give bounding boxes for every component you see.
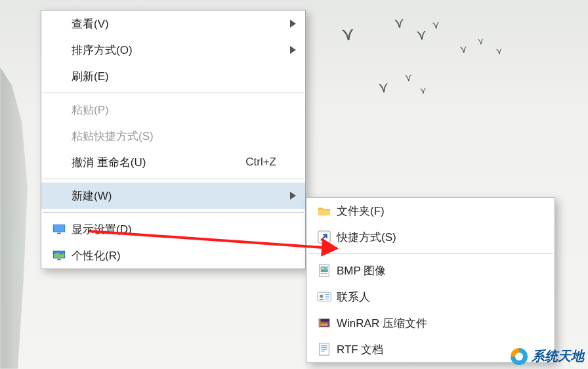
submenu-item-folder[interactable]: 文件夹(F) <box>306 198 555 224</box>
svg-point-12 <box>320 295 323 298</box>
bird-decoration: ⋎ <box>404 71 413 84</box>
svg-rect-1 <box>54 225 65 232</box>
bird-decoration: ⋎ <box>377 78 389 96</box>
menu-separator <box>43 93 304 93</box>
menu-label: 快捷方式(S) <box>337 230 545 245</box>
chevron-right-icon <box>290 192 296 200</box>
menu-label: 文件夹(F) <box>337 204 545 219</box>
menu-label: 排序方式(O) <box>72 43 296 58</box>
bird-decoration: ⋎ <box>419 85 427 97</box>
background-hill <box>0 67 39 369</box>
svg-rect-20 <box>319 319 321 328</box>
menu-label: WinRAR 压缩文件 <box>337 316 545 331</box>
svg-rect-5 <box>57 259 61 261</box>
watermark-logo-icon <box>511 348 528 365</box>
svg-rect-2 <box>57 233 61 234</box>
bird-decoration: ⋎ <box>459 43 468 56</box>
menu-item-refresh[interactable]: 刷新(E) <box>41 63 305 89</box>
svg-rect-19 <box>321 322 328 324</box>
bird-decoration: ⋎ <box>495 46 503 57</box>
bird-decoration: ⋎ <box>431 18 440 32</box>
submenu-item-contact[interactable]: 联系人 <box>306 284 555 310</box>
menu-item-paste: 粘贴(P) <box>41 97 305 123</box>
bird-decoration: ⋎ <box>477 36 484 47</box>
contact-icon <box>317 290 337 303</box>
new-submenu: 文件夹(F) 快捷方式(S) BMP 图像 联系人 WinRAR 压缩文件 RT… <box>306 197 555 363</box>
watermark: 系统天地 <box>511 347 584 365</box>
bird-decoration: ⋎ <box>415 26 427 43</box>
display-icon <box>52 223 72 236</box>
menu-label: 撤消 重命名(U) <box>72 155 245 170</box>
menu-item-sort[interactable]: 排序方式(O) <box>41 37 305 63</box>
bird-decoration: ⋎ <box>341 22 356 45</box>
menu-item-view[interactable]: 查看(V) <box>41 11 305 37</box>
menu-accelerator: Ctrl+Z <box>245 156 276 169</box>
submenu-item-bmp[interactable]: BMP 图像 <box>306 257 555 284</box>
menu-separator <box>308 253 553 254</box>
personalize-icon <box>52 249 72 262</box>
menu-separator <box>43 212 304 213</box>
menu-item-new[interactable]: 新建(W) <box>41 183 305 209</box>
menu-item-paste-shortcut: 粘贴快捷方式(S) <box>41 123 305 149</box>
menu-item-personalize[interactable]: 个性化(R) <box>41 242 305 269</box>
rtf-file-icon <box>317 343 337 356</box>
menu-label: 联系人 <box>337 290 545 305</box>
menu-label: BMP 图像 <box>337 263 545 278</box>
svg-rect-10 <box>321 273 328 274</box>
menu-label: 粘贴快捷方式(S) <box>72 129 296 144</box>
winrar-icon <box>317 316 337 330</box>
menu-separator <box>43 179 304 179</box>
watermark-text: 系统天地 <box>532 347 584 365</box>
chevron-right-icon <box>290 46 296 54</box>
menu-label: 显示设置(D) <box>72 222 296 237</box>
submenu-item-winrar[interactable]: WinRAR 压缩文件 <box>306 310 555 336</box>
bmp-file-icon <box>317 264 337 277</box>
desktop-context-menu: 查看(V) 排序方式(O) 刷新(E) 粘贴(P) 粘贴快捷方式(S) 撤消 重… <box>41 10 306 269</box>
menu-label: 刷新(E) <box>72 69 296 84</box>
menu-label: 个性化(R) <box>72 248 296 263</box>
menu-item-undo[interactable]: 撤消 重命名(U) Ctrl+Z <box>41 149 305 175</box>
chevron-right-icon <box>290 20 296 28</box>
menu-label: 粘贴(P) <box>72 102 296 118</box>
menu-label: 新建(W) <box>72 188 296 204</box>
submenu-item-shortcut[interactable]: 快捷方式(S) <box>306 224 555 250</box>
folder-icon <box>317 204 337 217</box>
menu-label: 查看(V) <box>72 16 296 32</box>
bird-decoration: ⋎ <box>393 14 405 32</box>
